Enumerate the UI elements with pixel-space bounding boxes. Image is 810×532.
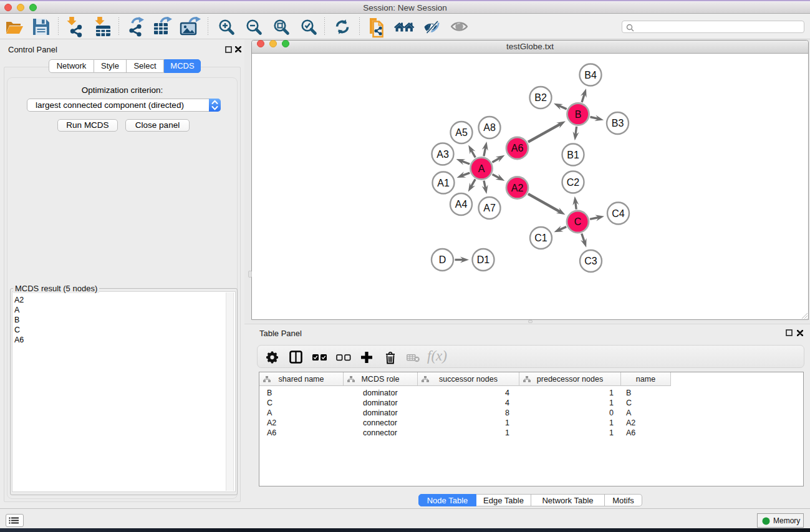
svg-text:A3: A3 — [436, 149, 449, 160]
svg-text:A6: A6 — [511, 143, 524, 153]
svg-text:A4: A4 — [455, 199, 468, 210]
svg-text:C4: C4 — [612, 208, 625, 219]
svg-text:A8: A8 — [483, 122, 496, 133]
svg-text:D1: D1 — [477, 254, 490, 265]
svg-text:B1: B1 — [567, 150, 579, 160]
svg-text:A2: A2 — [511, 183, 524, 193]
svg-text:C1: C1 — [534, 233, 547, 243]
svg-text:C3: C3 — [584, 256, 597, 266]
svg-text:B3: B3 — [612, 118, 624, 128]
svg-text:C: C — [574, 216, 582, 227]
svg-text:B2: B2 — [534, 92, 547, 103]
svg-text:A7: A7 — [483, 203, 496, 213]
svg-text:A1: A1 — [437, 178, 450, 188]
svg-text:B: B — [575, 109, 582, 120]
svg-text:C2: C2 — [567, 177, 580, 188]
svg-text:B4: B4 — [584, 70, 597, 80]
svg-text:A: A — [478, 163, 485, 174]
svg-text:D: D — [439, 254, 446, 265]
svg-text:A5: A5 — [455, 127, 468, 138]
